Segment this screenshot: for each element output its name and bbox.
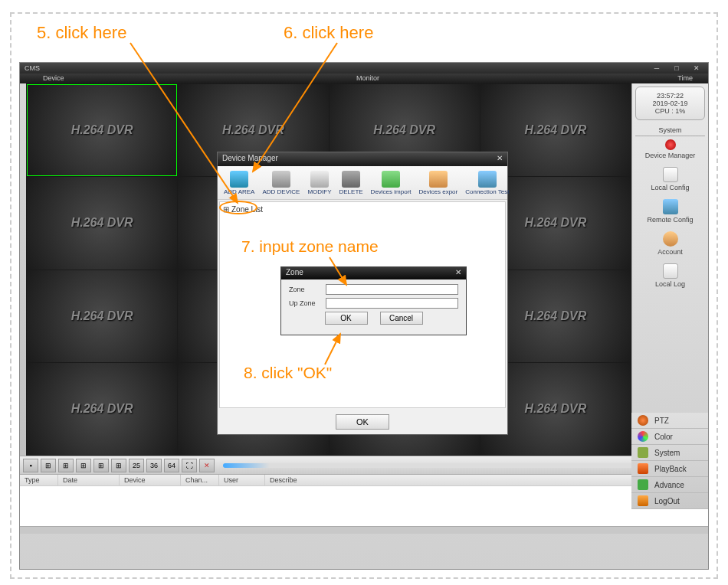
- layout-16[interactable]: ⊞: [111, 459, 126, 472]
- layout-6[interactable]: ⊞: [58, 459, 74, 472]
- zone-titlebar: Zone ✕: [281, 267, 466, 279]
- zone-label: Zone: [289, 286, 326, 293]
- dm-toolbar: ADD AREA ADD DEVICE MODIFY DELETE Device…: [218, 166, 507, 200]
- dm-ok-button[interactable]: OK: [336, 414, 389, 430]
- log-col-device[interactable]: Device: [120, 475, 181, 485]
- ptz-icon: [638, 415, 648, 426]
- record-icon: [665, 139, 676, 150]
- statusbar: [20, 526, 708, 534]
- menubar: Device Monitor Time: [20, 74, 708, 83]
- dm-test[interactable]: Connection Test: [462, 171, 512, 195]
- advance-icon: [638, 479, 648, 490]
- layout-8[interactable]: ⊞: [76, 459, 91, 472]
- dm-title-text: Device Manager: [222, 154, 278, 165]
- layout-toolbar: ▪ ⊞ ⊞ ⊞ ⊞ ⊞ 25 36 64 ⛶ ✕ ⇕: [20, 456, 708, 474]
- clock-time: 23:57:22: [641, 92, 700, 100]
- function-panel: PTZ Color System PlayBack Advance LogOut: [631, 413, 708, 509]
- dm-add-area[interactable]: ADD AREA: [221, 171, 257, 195]
- fn-system[interactable]: System: [631, 445, 708, 461]
- system-local-log[interactable]: Local Log: [635, 263, 705, 288]
- system-remote-config[interactable]: Remote Config: [635, 199, 705, 224]
- log-col-type[interactable]: Type: [20, 475, 58, 485]
- system-header: System: [635, 126, 705, 136]
- fullscreen-button[interactable]: ⛶: [182, 459, 197, 472]
- logout-icon: [638, 495, 648, 506]
- dm-titlebar: Device Manager ✕: [218, 152, 507, 166]
- playback-icon: [638, 463, 648, 474]
- fn-color[interactable]: Color: [631, 429, 708, 445]
- system-local-config[interactable]: Local Config: [635, 167, 705, 191]
- time-panel: 23:57:22 2019-02-19 CPU : 1%: [635, 87, 705, 120]
- system-account[interactable]: Account: [635, 231, 705, 256]
- up-zone-input[interactable]: [326, 298, 458, 309]
- video-cell[interactable]: H.264 DVR: [27, 177, 177, 269]
- fn-logout[interactable]: LogOut: [631, 493, 708, 509]
- dm-modify[interactable]: MODIFY: [304, 171, 334, 195]
- menu-device[interactable]: Device: [20, 74, 260, 83]
- volume-slider[interactable]: [223, 463, 687, 468]
- zone-ok-button[interactable]: OK: [325, 312, 368, 325]
- minimize-button[interactable]: ─: [650, 64, 664, 72]
- layout-25[interactable]: 25: [129, 459, 144, 472]
- maximize-button[interactable]: □: [670, 64, 684, 72]
- system-device-manager[interactable]: Device Manager: [635, 139, 705, 159]
- layout-4[interactable]: ⊞: [41, 459, 56, 472]
- log-panel: Type Date Device Chan... User Describe: [20, 474, 708, 526]
- log-icon: [663, 263, 678, 279]
- dm-delete[interactable]: DELETE: [336, 171, 366, 195]
- layout-36[interactable]: 36: [146, 459, 162, 472]
- log-col-channel[interactable]: Chan...: [181, 475, 219, 485]
- clock-date: 2019-02-19: [641, 100, 700, 107]
- up-zone-label: Up Zone: [289, 299, 326, 307]
- import-icon: [382, 171, 400, 188]
- zone-dialog: Zone ✕ Zone Up Zone OK Cancel: [280, 266, 467, 335]
- dm-import[interactable]: Devices import: [368, 171, 415, 195]
- close-button[interactable]: ✕: [690, 64, 703, 72]
- menu-time[interactable]: Time: [476, 74, 708, 83]
- video-cell[interactable]: H.264 DVR: [27, 84, 177, 176]
- export-icon: [429, 171, 448, 188]
- add-area-icon: [230, 171, 248, 188]
- modify-icon: [310, 171, 329, 188]
- dm-close-button[interactable]: ✕: [497, 154, 503, 165]
- system-icon: [638, 447, 648, 458]
- zone-list-item[interactable]: ⊞ Zone List: [223, 205, 263, 214]
- disconnect-button[interactable]: ✕: [199, 459, 215, 472]
- zone-cancel-button[interactable]: Cancel: [380, 312, 423, 325]
- titlebar: CMS ─ □ ✕: [20, 63, 708, 74]
- doc-icon: [663, 167, 678, 182]
- video-cell[interactable]: H.264 DVR: [27, 270, 177, 362]
- color-icon: [638, 431, 648, 442]
- fn-ptz[interactable]: PTZ: [631, 413, 708, 429]
- left-gutter: [20, 83, 26, 456]
- tree-icon: ⊞: [223, 205, 229, 214]
- zone-input[interactable]: [326, 284, 458, 295]
- zone-title-text: Zone: [286, 268, 303, 279]
- dm-export[interactable]: Devices expor: [416, 171, 461, 195]
- remote-icon: [663, 199, 678, 214]
- add-device-icon: [272, 171, 290, 188]
- fn-playback[interactable]: PlayBack: [631, 461, 708, 477]
- delete-icon: [342, 171, 360, 188]
- log-col-user[interactable]: User: [219, 475, 265, 485]
- layout-9[interactable]: ⊞: [93, 459, 109, 472]
- cpu-usage: CPU : 1%: [641, 107, 700, 115]
- video-cell[interactable]: H.264 DVR: [27, 363, 177, 455]
- log-col-date[interactable]: Date: [58, 475, 120, 485]
- layout-64[interactable]: 64: [164, 459, 179, 472]
- fn-advance[interactable]: Advance: [631, 477, 708, 493]
- app-title: CMS: [25, 64, 40, 72]
- menu-monitor[interactable]: Monitor: [260, 74, 477, 83]
- account-icon: [663, 231, 678, 247]
- right-sidebar: 23:57:22 2019-02-19 CPU : 1% System Devi…: [631, 83, 708, 456]
- dm-add-device[interactable]: ADD DEVICE: [259, 171, 303, 195]
- test-icon: [478, 171, 497, 188]
- layout-1[interactable]: ▪: [23, 459, 38, 472]
- zone-close-button[interactable]: ✕: [455, 268, 461, 279]
